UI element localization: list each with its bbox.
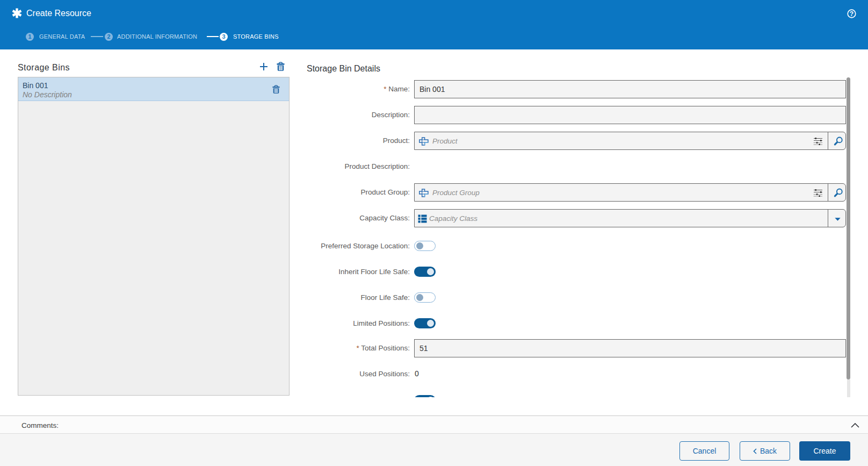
svg-text:?: ? xyxy=(850,10,853,18)
